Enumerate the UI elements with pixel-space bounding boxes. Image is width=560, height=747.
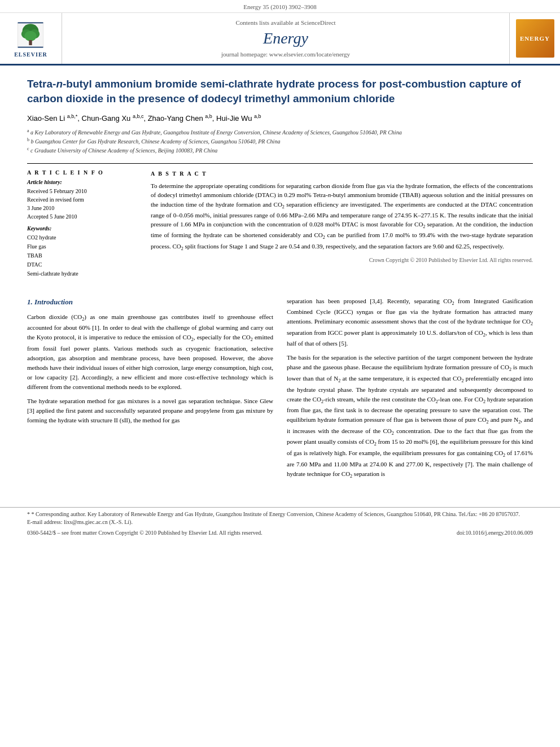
contents-available-text: Contents lists available at ScienceDirec… <box>235 19 335 26</box>
top-bar: Energy 35 (2010) 3902–3908 <box>0 0 560 13</box>
abstract-text: To determine the appropriate operating c… <box>151 181 533 252</box>
journal-title: Energy <box>263 29 308 47</box>
page-wrapper: Energy 35 (2010) 3902–3908 <box>0 0 560 747</box>
abstract-title: A B S T R A C T <box>151 169 533 178</box>
energy-badge: ENERGY <box>516 19 554 58</box>
body-paragraph-2: The hydrate separation method for gas mi… <box>27 396 273 425</box>
body-paragraph-1: Carbon dioxide (CO2) as one main greenho… <box>27 312 273 392</box>
body-right-col: separation has been proposed [3,4]. Rece… <box>287 296 533 485</box>
svg-point-4 <box>25 30 37 41</box>
journal-badge-area: ENERGY <box>509 13 560 64</box>
article-info-section: A R T I C L E I N F O Article history: R… <box>27 169 137 278</box>
svg-rect-7 <box>18 46 43 47</box>
keyword-2: TBAB <box>27 251 137 260</box>
elsevier-label: ELSEVIER <box>14 51 47 58</box>
body-paragraph-3: separation has been proposed [3,4]. Rece… <box>287 296 533 349</box>
section-1-number: 1. <box>27 298 33 306</box>
body-left-col: 1. Introduction Carbon dioxide (CO2) as … <box>27 296 273 485</box>
affiliation-b: b b Guangzhou Center for Gas Hydrate Res… <box>27 137 533 146</box>
elsevier-logo-area: ELSEVIER <box>0 13 62 64</box>
affiliation-c: c c Graduate University of Chinese Acade… <box>27 146 533 155</box>
elsevier-logo: ELSEVIER <box>14 20 47 58</box>
divider-1 <box>27 163 533 164</box>
footnote: * * Corresponding author. Key Laboratory… <box>27 511 533 517</box>
section-1-heading: 1. Introduction <box>27 296 273 308</box>
history-line-1: Received in revised form <box>27 195 137 204</box>
history-line-2: 3 June 2010 <box>27 204 137 212</box>
keywords-text: CO2 hydrate Flue gas TBAB DTAC Semi-clat… <box>27 233 137 278</box>
section-1-title: Introduction <box>34 298 73 306</box>
article-history-title: Article history: <box>27 179 137 185</box>
article-info-col: A R T I C L E I N F O Article history: R… <box>27 169 137 284</box>
journal-homepage-text: journal homepage: www.elsevier.com/locat… <box>221 51 350 58</box>
energy-badge-text: ENERGY <box>520 35 550 42</box>
article-info-abstract-section: A R T I C L E I N F O Article history: R… <box>27 169 533 284</box>
keywords-title: Keywords: <box>27 225 137 231</box>
email-footnote: E-mail address: lixs@ms.giec.ac.cn (X.-S… <box>27 519 533 525</box>
keyword-4: Semi-clathrate hydrate <box>27 269 137 278</box>
body-two-col: 1. Introduction Carbon dioxide (CO2) as … <box>27 296 533 485</box>
article-content: Tetra-n-butyl ammonium bromide semi-clat… <box>0 65 560 496</box>
affiliations: a a Key Laboratory of Renewable Energy a… <box>27 128 533 155</box>
article-history-text: Received 5 February 2010 Received in rev… <box>27 187 137 221</box>
history-line-3: Accepted 5 June 2010 <box>27 212 137 221</box>
copyright-line: Crown Copyright © 2010 Published by Else… <box>151 256 533 264</box>
journal-homepage: journal homepage: www.elsevier.com/locat… <box>221 51 350 58</box>
keyword-1: Flue gas <box>27 242 137 251</box>
svg-rect-5 <box>29 40 32 45</box>
elsevier-tree-icon <box>15 20 46 50</box>
keyword-0: CO2 hydrate <box>27 233 137 242</box>
journal-header: ELSEVIER Contents lists available at Sci… <box>0 13 560 65</box>
article-info-title: A R T I C L E I N F O <box>27 169 137 176</box>
body-paragraph-4: The basis for the separation is the sele… <box>287 353 533 480</box>
journal-citation: Energy 35 (2010) 3902–3908 <box>243 3 317 10</box>
affiliation-a: a a Key Laboratory of Renewable Energy a… <box>27 128 533 137</box>
history-line-0: Received 5 February 2010 <box>27 187 137 195</box>
body-section: 1. Introduction Carbon dioxide (CO2) as … <box>27 296 533 485</box>
issn-text: 0360-5442/$ – see front matter Crown Cop… <box>27 530 262 536</box>
journal-info-center: Contents lists available at ScienceDirec… <box>62 13 509 64</box>
sciencedirect-line: Contents lists available at ScienceDirec… <box>235 19 335 26</box>
keyword-3: DTAC <box>27 260 137 269</box>
abstract-col: A B S T R A C T To determine the appropr… <box>151 169 533 284</box>
page-footer: * * Corresponding author. Key Laboratory… <box>0 507 560 536</box>
authors-line: Xiao-Sen Li a,b,*, Chun-Gang Xu a,b,c, Z… <box>27 113 533 123</box>
doi-text: doi:10.1016/j.energy.2010.06.009 <box>457 530 533 536</box>
svg-rect-6 <box>18 22 43 23</box>
footer-issn: 0360-5442/$ – see front matter Crown Cop… <box>27 530 533 536</box>
article-title: Tetra-n-butyl ammonium bromide semi-clat… <box>27 77 533 106</box>
